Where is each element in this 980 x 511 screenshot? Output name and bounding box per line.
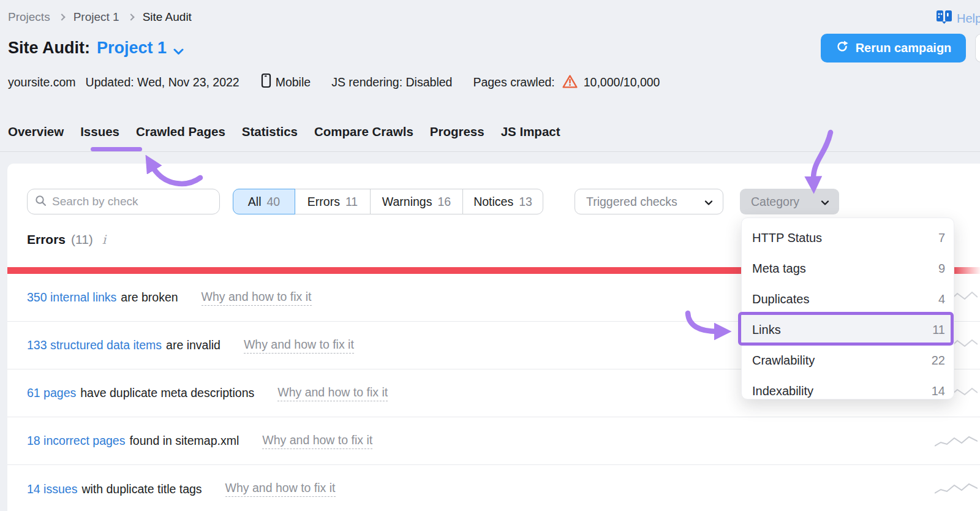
tab-progress[interactable]: Progress (430, 124, 484, 139)
info-icon[interactable]: i (102, 232, 106, 247)
chevron-down-icon[interactable] (173, 40, 184, 59)
why-how-to-fix-link[interactable]: Why and how to fix it (262, 433, 372, 449)
breadcrumb-site-audit: Site Audit (143, 10, 192, 24)
category-option-count: 22 (932, 354, 945, 368)
severity-filter: All 40 Errors 11 Warnings 16 Notices 13 (233, 189, 543, 214)
tab-bar: Overview Issues Crawled Pages Statistics… (8, 124, 560, 139)
issue-text: have duplicate meta descriptions (80, 386, 254, 400)
help-link[interactable]: Help (936, 10, 980, 27)
why-how-to-fix-link[interactable]: Why and how to fix it (244, 338, 354, 354)
category-option-count: 11 (932, 323, 945, 337)
filter-warnings-count: 16 (437, 195, 451, 209)
site-audit-page: Projects Project 1 Site Audit Help Site … (0, 0, 980, 511)
pages-crawled-label: Pages crawled: (473, 75, 554, 89)
issue-row: 18 incorrect pages found in sitemap.xml … (7, 417, 980, 465)
tab-overview[interactable]: Overview (8, 124, 64, 139)
search-icon (35, 195, 47, 209)
why-how-to-fix-link[interactable]: Why and how to fix it (202, 290, 312, 306)
filter-all-count: 40 (266, 195, 280, 209)
category-option-label: Meta tags (752, 262, 806, 276)
why-how-to-fix-link[interactable]: Why and how to fix it (225, 481, 336, 497)
filter-errors-label: Errors (307, 195, 340, 209)
category-option-crawlability[interactable]: Crawlability 22 (742, 345, 954, 376)
filter-notices-label: Notices (473, 195, 513, 209)
category-option-label: Duplicates (752, 292, 809, 306)
tab-statistics[interactable]: Statistics (242, 124, 298, 139)
mobile-phone-icon (261, 73, 271, 91)
refresh-icon (835, 40, 849, 56)
pages-crawled-value: 10,000/10,000 (584, 75, 660, 89)
category-dropdown-menu: HTTP Status 7 Meta tags 9 Duplicates 4 L… (741, 218, 954, 399)
category-option-count: 9 (938, 262, 945, 276)
errors-count: (11) (71, 232, 93, 247)
tab-bar-divider (0, 151, 980, 152)
page-title: Site Audit: Project 1 (8, 37, 184, 59)
warning-triangle-icon[interactable] (559, 74, 579, 90)
issue-row: 14 issues with duplicate title tags Why … (7, 465, 980, 511)
issue-link[interactable]: 133 structured data items (27, 338, 162, 352)
campaign-meta-row: yoursite.com Updated: Wed, Nov 23, 2022 … (8, 73, 680, 91)
active-tab-underline (91, 147, 142, 151)
category-option-count: 14 (932, 384, 945, 398)
category-option-label: Crawlability (752, 354, 815, 368)
campaign-domain: yoursite.com (8, 75, 76, 89)
trend-sparkline-icon (935, 480, 978, 498)
filter-all[interactable]: All 40 (233, 189, 295, 214)
rerun-campaign-button[interactable]: Rerun campaign (821, 34, 966, 62)
errors-section-heading: Errors (11) i (27, 232, 106, 247)
issue-link[interactable]: 61 pages (27, 386, 76, 400)
chevron-right-icon (58, 13, 65, 20)
category-option-count: 7 (938, 231, 945, 245)
issue-link[interactable]: 14 issues (27, 482, 77, 496)
chevron-down-icon (704, 195, 713, 209)
filter-warnings-label: Warnings (382, 195, 432, 209)
errors-title: Errors (27, 232, 66, 247)
category-option-count: 4 (938, 292, 945, 306)
clipped-secondary-button[interactable] (975, 34, 980, 62)
triggered-checks-dropdown[interactable]: Triggered checks (575, 189, 723, 214)
search-by-check-field[interactable] (27, 189, 220, 214)
js-rendering-status: JS rendering: Disabled (331, 75, 452, 89)
category-option-label: Links (752, 323, 781, 337)
filter-notices[interactable]: Notices 13 (462, 189, 543, 214)
category-option-meta-tags[interactable]: Meta tags 9 (742, 253, 954, 284)
issue-link[interactable]: 350 internal links (27, 290, 116, 305)
book-icon (936, 10, 952, 27)
tab-crawled-pages[interactable]: Crawled Pages (136, 124, 225, 139)
rerun-campaign-label: Rerun campaign (856, 41, 952, 55)
pages-crawled: Pages crawled: 10,000/10,000 (473, 74, 660, 90)
tab-js-impact[interactable]: JS Impact (501, 124, 560, 139)
issue-text: are invalid (166, 338, 221, 352)
category-option-indexability[interactable]: Indexability 14 (742, 376, 954, 399)
filter-all-label: All (248, 195, 262, 209)
filter-notices-count: 13 (519, 195, 532, 209)
breadcrumb-projects[interactable]: Projects (8, 10, 50, 24)
breadcrumb: Projects Project 1 Site Audit (8, 10, 192, 24)
tab-compare-crawls[interactable]: Compare Crawls (314, 124, 413, 139)
issue-text: found in sitemap.xml (129, 434, 239, 448)
category-dropdown-button[interactable]: Category (740, 189, 839, 214)
help-label: Help (957, 12, 980, 26)
tab-issues[interactable]: Issues (80, 124, 119, 139)
category-option-label: HTTP Status (752, 231, 822, 245)
project-selector[interactable]: Project 1 (97, 39, 167, 58)
filter-errors[interactable]: Errors 11 (295, 189, 371, 214)
title-prefix: Site Audit: (8, 39, 90, 58)
trend-sparkline-icon (935, 433, 978, 450)
filter-errors-count: 11 (345, 195, 358, 209)
category-option-duplicates[interactable]: Duplicates 4 (742, 284, 954, 314)
why-how-to-fix-link[interactable]: Why and how to fix it (277, 385, 388, 401)
category-option-links[interactable]: Links 11 (742, 314, 954, 345)
category-option-http-status[interactable]: HTTP Status 7 (742, 222, 954, 253)
device-type: Mobile (261, 73, 311, 91)
issue-link[interactable]: 18 incorrect pages (27, 434, 125, 448)
breadcrumb-project-1[interactable]: Project 1 (74, 10, 119, 24)
category-label: Category (751, 195, 799, 209)
device-type-label: Mobile (276, 75, 311, 89)
issue-text: are broken (121, 290, 178, 305)
triggered-checks-label: Triggered checks (586, 195, 677, 209)
filter-warnings[interactable]: Warnings 16 (370, 189, 463, 214)
search-input[interactable] (52, 195, 212, 208)
issue-text: with duplicate title tags (81, 482, 202, 496)
last-updated: Updated: Wed, Nov 23, 2022 (86, 75, 239, 89)
